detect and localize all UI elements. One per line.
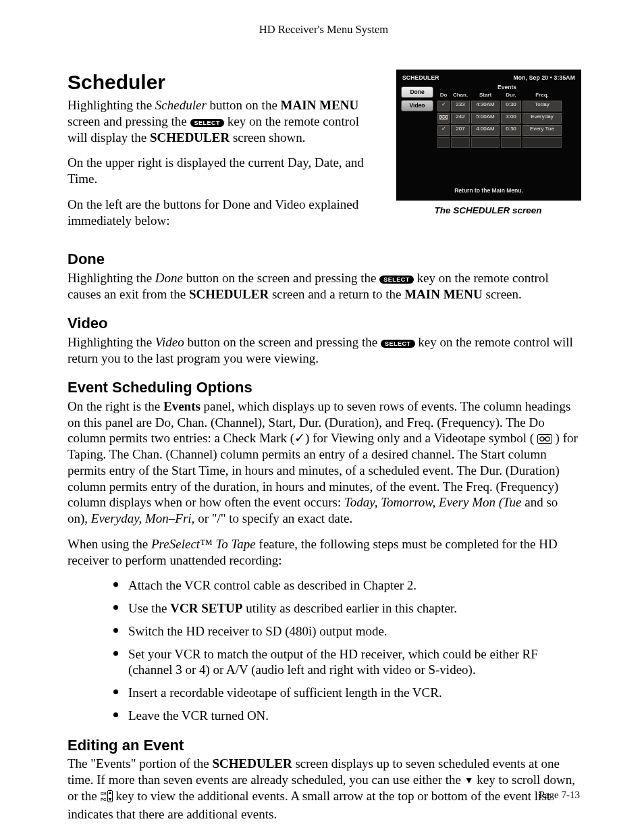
osd-title: SCHEDULER — [402, 74, 439, 82]
osd-empty-cell — [522, 137, 562, 148]
osd-column-header: Dur. — [501, 92, 521, 99]
text: When using the — [68, 537, 151, 551]
osd-column-header: Chan. — [451, 92, 470, 99]
done-heading: Done — [68, 250, 580, 269]
eso-heading: Event Scheduling Options — [68, 378, 580, 397]
osd-empty-cell — [471, 137, 500, 148]
list-item: Insert a recordable videotape of suffici… — [113, 685, 580, 701]
intro-para-3: On the left are the buttons for Done and… — [68, 197, 381, 229]
video-para: Highlighting the Video button on the scr… — [68, 334, 580, 367]
osd-freq: Today — [522, 101, 562, 111]
text: key to view the additional events. A sma… — [68, 789, 550, 822]
osd-do-tape-icon — [437, 113, 450, 124]
select-key-icon: SELECT — [381, 340, 415, 348]
list-item: Switch the HD receiver to SD (480i) outp… — [113, 623, 580, 640]
text: screen and a return to the — [269, 287, 404, 301]
osd-done-button: Done — [401, 86, 433, 98]
intro-para-1: Highlighting the Scheduler button on the… — [68, 97, 381, 145]
main-menu-label: MAIN MENU — [404, 287, 483, 301]
videotape-icon — [537, 434, 552, 444]
list-item: Leave the VCR turned ON. — [113, 708, 580, 724]
osd-freq: Every Tue — [522, 125, 562, 136]
osd-events-grid: DoChan.StartDur.Freq.✓2334:30AM0:30Today… — [437, 92, 576, 148]
text: screen. — [483, 287, 522, 301]
page-title: Scheduler — [68, 70, 381, 95]
main-menu-label: MAIN MENU — [281, 98, 359, 112]
video-heading: Video — [68, 314, 580, 333]
osd-dur: 3:00 — [501, 113, 521, 124]
scheduler-label: SCHEDULER — [189, 287, 269, 301]
scheduler-label: Scheduler — [155, 98, 207, 112]
text: Highlighting the — [68, 98, 155, 112]
ch-pg-icon: CHPG — [101, 789, 113, 807]
events-label: Events — [163, 399, 200, 413]
intro-para-2: On the upper right is displayed the curr… — [68, 155, 381, 187]
osd-empty-cell — [501, 137, 521, 148]
text: button on the screen and pressing the — [184, 335, 381, 349]
osd-chan: 233 — [451, 101, 470, 111]
preselect-para: When using the PreSelect™ To Tape featur… — [68, 536, 580, 569]
osd-video-button: Video — [401, 100, 433, 111]
edit-heading: Editing an Event — [68, 736, 580, 755]
text: The "Events" portion of the — [68, 756, 212, 771]
scheduler-label: SCHEDULER — [212, 756, 292, 771]
osd-start: 4:00AM — [471, 125, 500, 136]
page-number: Page 7-13 — [539, 789, 580, 802]
text: On the right is the — [68, 399, 163, 413]
eso-para-1: On the right is the Events panel, which … — [68, 398, 580, 527]
text: screen shown. — [230, 130, 305, 145]
freq-examples-2: Everyday, Mon–Fri, — [91, 511, 195, 525]
list-item: Set your VCR to match the output of the … — [113, 646, 580, 679]
text: screen and pressing the — [68, 114, 190, 128]
video-label: Video — [155, 335, 184, 349]
osd-chan: 207 — [451, 125, 470, 136]
svg-text:PG: PG — [101, 798, 107, 802]
down-arrow-icon: ▼ — [464, 776, 474, 785]
text: or "/" to specify an exact date. — [194, 511, 352, 525]
osd-chan: 242 — [451, 113, 470, 124]
preselect-label: PreSelect™ To Tape — [151, 537, 256, 551]
osd-do-check: ✓ — [437, 125, 450, 136]
done-para: Highlighting the Done button on the scre… — [68, 270, 580, 303]
osd-dur: 0:30 — [501, 125, 521, 136]
osd-empty-cell — [437, 137, 450, 148]
list-item: Use the VCR SETUP utility as described e… — [113, 600, 580, 617]
text: Highlighting the — [68, 271, 155, 285]
scheduler-screenshot: SCHEDULER Mon, Sep 20 • 3:35AM Done Vide… — [396, 70, 580, 217]
svg-text:CH: CH — [101, 791, 107, 796]
osd-column-header: Start — [471, 92, 500, 99]
select-key-icon: SELECT — [190, 119, 225, 127]
osd-datetime: Mon, Sep 20 • 3:35AM — [513, 74, 575, 82]
select-key-icon: SELECT — [379, 276, 414, 284]
svg-rect-6 — [543, 438, 546, 440]
osd-footer: Return to the Main Menu. — [397, 183, 581, 200]
osd-do-check: ✓ — [437, 101, 450, 111]
running-header: HD Receiver's Menu System — [68, 23, 580, 37]
freq-examples: Today, Tomorrow, Every Mon (Tue — [344, 495, 522, 509]
list-item: Attach the VCR control cable as describe… — [113, 577, 580, 594]
osd-column-header: Freq. — [522, 92, 562, 99]
text: Highlighting the — [68, 335, 155, 349]
osd-dur: 0:30 — [501, 101, 521, 111]
osd-column-header: Do — [437, 92, 450, 99]
osd-empty-cell — [451, 137, 470, 148]
osd-start: 5:00AM — [471, 113, 500, 124]
osd-events-title: Events — [437, 84, 576, 91]
text: button on the — [207, 98, 281, 112]
done-label: Done — [155, 271, 183, 285]
bullet-list: Attach the VCR control cable as describe… — [68, 577, 580, 723]
scheduler-screen-label: SCHEDULER — [150, 130, 230, 145]
osd-freq: Everyday — [522, 113, 562, 124]
edit-para-1: The "Events" portion of the SCHEDULER sc… — [68, 756, 580, 823]
osd-start: 4:30AM — [471, 101, 500, 111]
text: button on the screen and pressing the — [183, 271, 379, 285]
figure-caption: The SCHEDULER screen — [396, 205, 580, 217]
